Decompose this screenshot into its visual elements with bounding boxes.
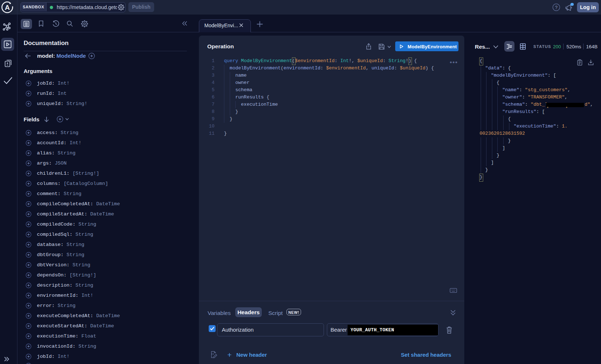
svg-text:A: A bbox=[5, 4, 10, 11]
svg-text:?: ? bbox=[555, 5, 558, 10]
